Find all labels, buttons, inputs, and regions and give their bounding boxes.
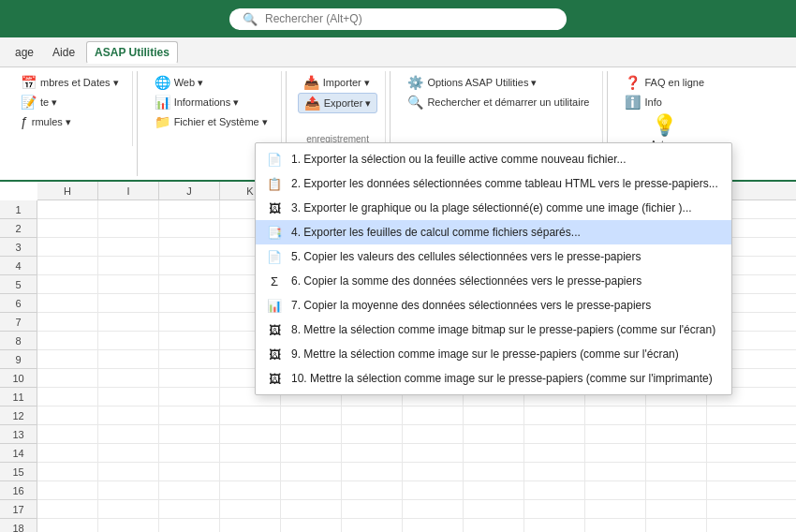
cell[interactable]	[403, 463, 464, 481]
cell[interactable]	[37, 313, 98, 332]
cell[interactable]	[403, 444, 464, 463]
cell[interactable]	[585, 444, 646, 463]
cell[interactable]	[37, 275, 98, 294]
cell[interactable]	[98, 444, 159, 463]
cell[interactable]	[464, 500, 524, 519]
cell[interactable]	[220, 500, 281, 519]
cell[interactable]	[281, 406, 342, 425]
cell[interactable]	[646, 406, 707, 425]
cell[interactable]	[159, 388, 220, 406]
dropdown-item-item3[interactable]: 🖼3. Exporter le graphique ou la plage sé…	[256, 196, 731, 220]
cell[interactable]	[464, 463, 524, 481]
cell[interactable]	[220, 444, 281, 463]
rechercher-utilitaire-button[interactable]: 🔍 Rechercher et démarrer un utilitaire	[402, 93, 595, 111]
cell[interactable]	[585, 425, 646, 444]
cell[interactable]	[98, 294, 159, 313]
cell[interactable]	[220, 481, 281, 500]
cell[interactable]	[37, 238, 98, 257]
cell[interactable]	[220, 406, 281, 425]
cell[interactable]	[524, 519, 585, 532]
cell[interactable]	[159, 332, 220, 350]
cell[interactable]	[37, 332, 98, 350]
cell[interactable]	[403, 481, 464, 500]
cell[interactable]	[342, 481, 403, 500]
cell[interactable]	[37, 257, 98, 275]
cell[interactable]	[98, 519, 159, 532]
cell[interactable]	[281, 425, 342, 444]
cell[interactable]	[98, 500, 159, 519]
cell[interactable]	[98, 257, 159, 275]
cell[interactable]	[342, 406, 403, 425]
cell[interactable]	[585, 481, 646, 500]
cell[interactable]	[464, 444, 524, 463]
cell[interactable]	[37, 219, 98, 238]
dropdown-item-item5[interactable]: 📄5. Copier les valeurs des cellules séle…	[256, 244, 731, 269]
cell[interactable]	[37, 388, 98, 406]
cell[interactable]	[342, 519, 403, 532]
fichier-systeme-button[interactable]: 📁 Fichier et Système ▾	[149, 112, 273, 131]
cell[interactable]	[159, 275, 220, 294]
nombres-dates-button[interactable]: 📅 mbres et Dates ▾	[15, 73, 125, 92]
cell[interactable]	[159, 313, 220, 332]
menu-item-asap[interactable]: ASAP Utilities	[86, 41, 178, 64]
cell[interactable]	[159, 350, 220, 369]
cell[interactable]	[342, 463, 403, 481]
cell[interactable]	[220, 519, 281, 532]
cell[interactable]	[464, 519, 524, 532]
cell[interactable]	[98, 275, 159, 294]
cell[interactable]	[585, 463, 646, 481]
cell[interactable]	[159, 219, 220, 238]
dropdown-item-item2[interactable]: 📋2. Exporter les données sélectionnées c…	[256, 171, 731, 196]
dropdown-item-item7[interactable]: 📊7. Copier la moyenne des données sélect…	[256, 293, 731, 318]
cell[interactable]	[646, 463, 707, 481]
cell[interactable]	[281, 519, 342, 532]
cell[interactable]	[524, 406, 585, 425]
cell[interactable]	[524, 481, 585, 500]
cell[interactable]	[524, 500, 585, 519]
cell[interactable]	[159, 369, 220, 388]
cell[interactable]	[98, 238, 159, 257]
dropdown-item-item6[interactable]: Σ6. Copier la somme des données sélectio…	[256, 269, 731, 293]
cell[interactable]	[37, 369, 98, 388]
cell[interactable]	[98, 200, 159, 219]
cell[interactable]	[37, 500, 98, 519]
cell[interactable]	[646, 519, 707, 532]
cell[interactable]	[37, 463, 98, 481]
cell[interactable]	[342, 500, 403, 519]
cell[interactable]	[403, 500, 464, 519]
dropdown-item-item9[interactable]: 🖼9. Mettre la sélection comme image sur …	[256, 342, 731, 366]
cell[interactable]	[403, 406, 464, 425]
cell[interactable]	[159, 500, 220, 519]
cell[interactable]	[220, 463, 281, 481]
cell[interactable]	[646, 444, 707, 463]
cell[interactable]	[464, 481, 524, 500]
search-box[interactable]: 🔍	[229, 8, 567, 30]
cell[interactable]	[37, 406, 98, 425]
cell[interactable]	[159, 519, 220, 532]
menu-item-age[interactable]: age	[7, 42, 41, 63]
cell[interactable]	[585, 500, 646, 519]
cell[interactable]	[37, 350, 98, 369]
dropdown-item-item4[interactable]: 📑4. Exporter les feuilles de calcul comm…	[256, 220, 731, 244]
cell[interactable]	[98, 350, 159, 369]
cell[interactable]	[37, 481, 98, 500]
cell[interactable]	[646, 500, 707, 519]
cell[interactable]	[98, 481, 159, 500]
cell[interactable]	[159, 481, 220, 500]
cell[interactable]	[98, 406, 159, 425]
formules-button[interactable]: ƒ rmules ▾	[15, 112, 125, 131]
cell[interactable]	[159, 200, 220, 219]
cell[interactable]	[159, 444, 220, 463]
dropdown-item-item10[interactable]: 🖼10. Mettre la sélection comme image sur…	[256, 366, 731, 391]
cell[interactable]	[98, 313, 159, 332]
cell[interactable]	[585, 406, 646, 425]
cell[interactable]	[37, 425, 98, 444]
cell[interactable]	[37, 294, 98, 313]
informations-button[interactable]: 📊 ASAP Utilities Informations ▾	[149, 93, 273, 111]
menu-item-aide[interactable]: Aide	[45, 42, 82, 63]
cell[interactable]	[159, 463, 220, 481]
cell[interactable]	[37, 519, 98, 532]
search-input[interactable]	[265, 12, 553, 25]
cell[interactable]	[98, 369, 159, 388]
cell[interactable]	[159, 294, 220, 313]
